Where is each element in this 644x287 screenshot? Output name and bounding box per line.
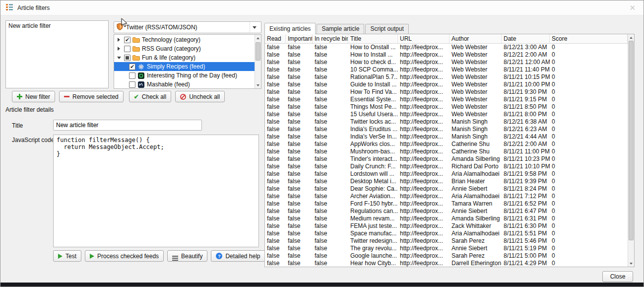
table-row[interactable]: false false false AppWorks clos... http:… — [265, 141, 628, 148]
table-row[interactable]: false false false How to Install ... htt… — [265, 51, 628, 59]
scrollbar-thumb[interactable] — [256, 42, 260, 61]
scrollbar-thumb[interactable] — [629, 41, 634, 240]
cell-url: http://feedprox... — [398, 163, 450, 170]
table-row[interactable]: false false false Daily Crunch: F... htt… — [265, 163, 628, 170]
column-header-important[interactable]: Important — [286, 34, 313, 43]
table-row[interactable]: false false false How to Onstall ... htt… — [265, 44, 628, 51]
table-row[interactable]: false false false Dear Sophie: Ca... htt… — [265, 185, 628, 193]
process-checked-feeds-button[interactable]: Process checked feeds — [85, 250, 164, 262]
table-row[interactable]: false false false Mushroom-bas... http:/… — [265, 148, 628, 155]
scroll-up-icon[interactable] — [628, 34, 634, 41]
title-input[interactable] — [53, 120, 202, 131]
new-filter-button[interactable]: New filter — [12, 91, 55, 102]
check-all-button[interactable]: Check all — [129, 91, 171, 102]
table-row[interactable]: false false false Twitter redesign... ht… — [265, 237, 628, 245]
table-row[interactable]: false false false Essential Syste... htt… — [265, 96, 628, 103]
table-row[interactable]: false false false Archer Aviation... htt… — [265, 193, 628, 200]
cell-score: 0 — [550, 96, 628, 103]
checkbox-unchecked[interactable] — [129, 72, 135, 79]
column-header-title[interactable]: Title — [348, 34, 398, 43]
close-icon[interactable]: ✕ — [626, 3, 639, 12]
tree-item-mashable[interactable]: Mashable (feed) — [114, 80, 255, 88]
table-row[interactable]: false false false Medium revam... http:/… — [265, 215, 628, 222]
table-row[interactable]: false false false Space manufac... http:… — [265, 230, 628, 237]
table-row[interactable]: false false false How to check d... http… — [265, 59, 628, 66]
cell-url: http://feedprox... — [398, 237, 450, 245]
checkbox-checked[interactable] — [124, 37, 130, 43]
table-row[interactable]: false false false Lordstown will ... htt… — [265, 170, 628, 178]
test-button[interactable]: Test — [53, 250, 81, 262]
tab-sample-article[interactable]: Sample article — [317, 24, 364, 34]
table-row[interactable]: false false false India's Eruditus ... h… — [265, 126, 628, 133]
column-header-url[interactable]: URL — [398, 34, 450, 43]
scroll-up-icon[interactable] — [255, 35, 261, 41]
cell-score: 0 — [550, 59, 628, 66]
cell-title: Ford F-150 hybr... — [348, 200, 398, 208]
folder-icon — [132, 55, 140, 61]
scroll-down-icon[interactable] — [255, 82, 261, 88]
expander-collapsed-icon[interactable] — [116, 38, 122, 42]
cell-author: Web Webster — [450, 66, 502, 73]
column-header-date[interactable]: Date — [502, 34, 550, 43]
cell-title: Medium revam... — [348, 215, 398, 222]
table-row[interactable]: false false false Ford F-150 hybr... htt… — [265, 200, 628, 208]
tree-scrollbar[interactable] — [255, 35, 261, 88]
cell-important: false — [286, 178, 313, 185]
table-row[interactable]: false false false Desktop Metal i... htt… — [265, 178, 628, 185]
column-header-recycle-bin[interactable]: In recycle bin — [313, 34, 348, 43]
table-row[interactable]: false false false Guide to Install ... h… — [265, 81, 628, 88]
table-row[interactable]: false false false Google launche... http… — [265, 252, 628, 260]
cell-author: Aria Alamalhodaei — [450, 193, 502, 200]
detailed-help-button[interactable]: Detailed help — [211, 250, 265, 262]
tree-item-simply-recipes[interactable]: Simply Recipes (feed) — [114, 62, 255, 71]
tab-script-output[interactable]: Script output — [365, 24, 408, 34]
close-button[interactable]: Close — [602, 271, 633, 282]
column-header-author[interactable]: Author — [450, 34, 502, 43]
cell-date: 8/12/21 2:00 AM — [502, 51, 550, 59]
cell-date: 8/12/21 3:00 AM — [502, 44, 550, 51]
table-row[interactable]: false false false How To Find Va... http… — [265, 88, 628, 96]
cell-read: false — [265, 44, 286, 51]
cell-read: false — [265, 230, 286, 237]
tree-item-rss-guard[interactable]: RSS Guard (category) — [114, 44, 255, 53]
table-scrollbar[interactable] — [628, 34, 634, 267]
beautify-button[interactable]: Beautify — [167, 250, 207, 262]
cell-author: Annie Siebert — [450, 185, 502, 193]
table-row[interactable]: false false false The gray revolu... htt… — [265, 245, 628, 252]
remove-selected-button[interactable]: Remove selected — [59, 91, 124, 102]
checkbox-unchecked[interactable] — [129, 81, 135, 88]
cell-read: false — [265, 141, 286, 148]
cell-title: Things Most Pe... — [348, 103, 398, 111]
table-row[interactable]: false false false Twitter locks ac... ht… — [265, 118, 628, 126]
cell-score: 0 — [550, 215, 628, 222]
table-row[interactable]: false false false 10 SCP Comma... http:/… — [265, 66, 628, 73]
column-header-score[interactable]: Score — [550, 34, 628, 43]
expander-collapsed-icon[interactable] — [116, 47, 122, 51]
table-row[interactable]: false false false 15 Useful Usera... htt… — [265, 111, 628, 118]
table-row[interactable]: false false false RationalPlan 5.7... ht… — [265, 73, 628, 81]
tree-item-fun-and-life[interactable]: Fun & life (category) — [114, 53, 255, 62]
tab-existing-articles[interactable]: Existing articles — [264, 23, 316, 34]
cell-date: 8/12/21 6:38 AM — [502, 118, 550, 126]
table-row[interactable]: false false false FEMA just teste... htt… — [265, 222, 628, 230]
cell-author: Catherine Shu — [450, 141, 502, 148]
cell-title: Dear Sophie: Ca... — [348, 185, 398, 193]
cell-title: Twitter redesign... — [348, 237, 398, 245]
tree-item-interesting-thing[interactable]: Interesting Thing of the Day (feed) — [114, 71, 255, 80]
checkbox-unchecked[interactable] — [124, 46, 130, 52]
uncheck-all-button[interactable]: Uncheck all — [175, 91, 225, 102]
checkbox-partial[interactable] — [124, 55, 130, 61]
table-row[interactable]: false false false Tinder's interact... h… — [265, 155, 628, 163]
scroll-down-icon[interactable] — [628, 260, 634, 267]
table-row[interactable]: false false false Regulations can... htt… — [265, 208, 628, 215]
javascript-code-editor[interactable]: function filterMessage() { return Messag… — [53, 135, 259, 247]
table-row[interactable]: false false false Things Most Pe... http… — [265, 103, 628, 111]
account-combobox[interactable]: Twitter (RSS/ATOM/JSON) — [114, 21, 261, 33]
checkbox-checked[interactable] — [129, 64, 135, 70]
expander-expanded-icon[interactable] — [116, 57, 122, 59]
filter-list-item[interactable]: New article filter — [6, 21, 108, 31]
tree-item-technology[interactable]: Technology (category) — [114, 35, 255, 44]
table-row[interactable]: false false false India's VerSe In... ht… — [265, 133, 628, 141]
column-header-read[interactable]: Read — [265, 34, 286, 43]
table-row[interactable]: false false false Hear how Cityb... http… — [265, 260, 628, 267]
